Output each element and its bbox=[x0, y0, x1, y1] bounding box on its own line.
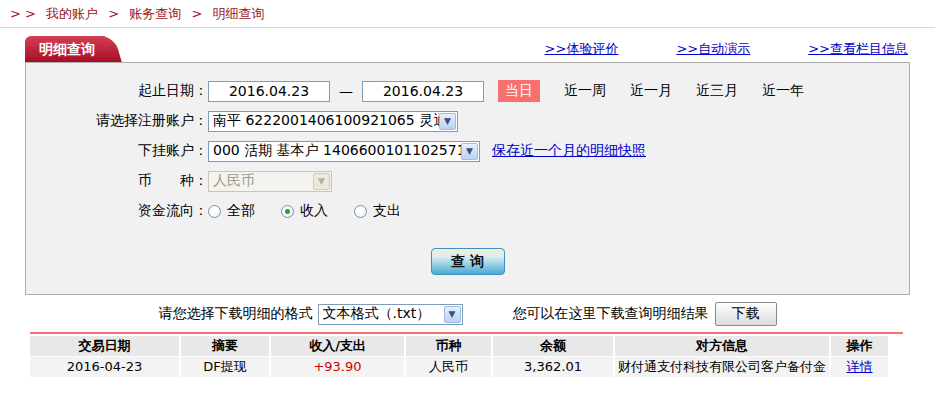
flow-option-income[interactable]: 收入 bbox=[281, 202, 328, 220]
sub-account-label: 下挂账户： bbox=[26, 142, 208, 160]
breadcrumb-arrows: > > bbox=[10, 6, 36, 21]
sub-account-row: 下挂账户： 000 活期 基本户 1406600101102571848 ▼ 保… bbox=[26, 136, 909, 166]
cell-summary: DF提现 bbox=[180, 356, 270, 377]
transaction-table: 交易日期 摘要 收入/支出 币种 余额 对方信息 操作 2016-04-23 D… bbox=[30, 336, 888, 377]
sub-account-value: 000 活期 基本户 1406600101102571848 bbox=[213, 142, 461, 160]
detail-link[interactable]: 详情 bbox=[847, 359, 873, 374]
registered-account-select[interactable]: 南平 6222001406100921065 灵通卡 ▼ bbox=[208, 111, 458, 132]
experience-review-link[interactable]: >>体验评价 bbox=[545, 40, 619, 58]
query-button-row: 查 询 bbox=[26, 248, 909, 275]
download-format-select[interactable]: 文本格式（.txt） ▼ bbox=[318, 304, 463, 325]
col-summary: 摘要 bbox=[180, 336, 270, 356]
today-button[interactable]: 当日 bbox=[498, 80, 540, 102]
registered-account-row: 请选择注册账户： 南平 6222001406100921065 灵通卡 ▼ bbox=[26, 106, 909, 136]
auto-demo-link[interactable]: >>自动演示 bbox=[676, 40, 750, 58]
query-button[interactable]: 查 询 bbox=[431, 248, 505, 275]
date-range-row: 起止日期： — 当日 近一周 近一月 近三月 近一年 bbox=[26, 76, 909, 106]
start-date-input[interactable] bbox=[208, 81, 330, 102]
registered-account-value: 南平 6222001406100921065 灵通卡 bbox=[213, 112, 439, 130]
table-row: 2016-04-23 DF提现 +93.90 人民币 3,362.01 财付通支… bbox=[30, 356, 888, 377]
col-transaction-date: 交易日期 bbox=[30, 336, 180, 356]
table-header-row: 交易日期 摘要 收入/支出 币种 余额 对方信息 操作 bbox=[30, 336, 888, 356]
download-row: 请您选择下载明细的格式 文本格式（.txt） ▼ 您可以在这里下载查询明细结果 … bbox=[0, 301, 935, 327]
currency-label: 币 种： bbox=[26, 172, 208, 190]
registered-account-label: 请选择注册账户： bbox=[26, 112, 208, 130]
chevron-down-icon[interactable]: ▼ bbox=[439, 113, 456, 130]
table-top-divider bbox=[30, 332, 903, 334]
last-year-button[interactable]: 近一年 bbox=[762, 82, 804, 100]
last-month-button[interactable]: 近一月 bbox=[630, 82, 672, 100]
last-3-months-button[interactable]: 近三月 bbox=[696, 82, 738, 100]
breadcrumb-separator: > bbox=[108, 6, 119, 21]
download-button[interactable]: 下载 bbox=[715, 302, 777, 326]
flow-option-expense[interactable]: 支出 bbox=[354, 202, 401, 220]
tab-detail-query[interactable]: 明细查询 bbox=[25, 36, 105, 62]
breadcrumb-detail-query: 明细查询 bbox=[212, 6, 264, 21]
tab-label: 明细查询 bbox=[39, 41, 95, 57]
col-currency: 币种 bbox=[405, 336, 492, 356]
column-info-link[interactable]: >>查看栏目信息 bbox=[808, 40, 908, 58]
last-week-button[interactable]: 近一周 bbox=[564, 82, 606, 100]
breadcrumb: > > 我的账户 > 账务查询 > 明细查询 bbox=[0, 0, 935, 28]
breadcrumb-my-account[interactable]: 我的账户 bbox=[46, 6, 98, 21]
download-format-value: 文本格式（.txt） bbox=[323, 305, 444, 323]
flow-option-expense-label: 支出 bbox=[373, 202, 401, 220]
sub-account-select[interactable]: 000 活期 基本户 1406600101102571848 ▼ bbox=[208, 141, 480, 162]
flow-option-all[interactable]: 全部 bbox=[208, 202, 255, 220]
chevron-down-icon: ▼ bbox=[313, 173, 330, 190]
breadcrumb-account-query[interactable]: 账务查询 bbox=[129, 6, 181, 21]
date-dash: — bbox=[339, 83, 353, 99]
cell-currency: 人民币 bbox=[405, 356, 492, 377]
radio-icon[interactable] bbox=[354, 205, 367, 218]
chevron-down-icon[interactable]: ▼ bbox=[444, 306, 461, 323]
col-counterparty: 对方信息 bbox=[614, 336, 830, 356]
date-range-label: 起止日期： bbox=[26, 82, 208, 100]
col-action: 操作 bbox=[830, 336, 888, 356]
download-hint: 您可以在这里下载查询明细结果 bbox=[513, 305, 709, 323]
chevron-down-icon[interactable]: ▼ bbox=[461, 143, 478, 160]
breadcrumb-separator: > bbox=[191, 6, 202, 21]
end-date-input[interactable] bbox=[362, 81, 484, 102]
col-balance: 余额 bbox=[492, 336, 614, 356]
currency-select: 人民币 ▼ bbox=[208, 171, 332, 192]
currency-value: 人民币 bbox=[213, 172, 313, 190]
radio-icon[interactable] bbox=[208, 205, 221, 218]
flow-option-all-label: 全部 bbox=[227, 202, 255, 220]
download-format-label: 请您选择下载明细的格式 bbox=[159, 305, 313, 323]
currency-row: 币 种： 人民币 ▼ bbox=[26, 166, 909, 196]
flow-option-income-label: 收入 bbox=[300, 202, 328, 220]
tab-bar: 明细查询 >>体验评价 >>自动演示 >>查看栏目信息 bbox=[25, 36, 910, 62]
save-monthly-snapshot-link[interactable]: 保存近一个月的明细快照 bbox=[492, 142, 646, 160]
col-income-expense: 收入/支出 bbox=[270, 336, 405, 356]
radio-checked-icon[interactable] bbox=[281, 205, 294, 218]
cell-counterparty: 财付通支付科技有限公司客户备付金 bbox=[614, 356, 830, 377]
query-form-panel: 起止日期： — 当日 近一周 近一月 近三月 近一年 请选择注册账户： 南平 6… bbox=[25, 62, 910, 295]
fund-flow-label: 资金流向： bbox=[26, 202, 208, 220]
cell-amount: +93.90 bbox=[270, 356, 405, 377]
cell-balance: 3,362.01 bbox=[492, 356, 614, 377]
header-links: >>体验评价 >>自动演示 >>查看栏目信息 bbox=[545, 40, 910, 58]
cell-transaction-date: 2016-04-23 bbox=[30, 356, 180, 377]
fund-flow-row: 资金流向： 全部 收入 支出 bbox=[26, 196, 909, 226]
